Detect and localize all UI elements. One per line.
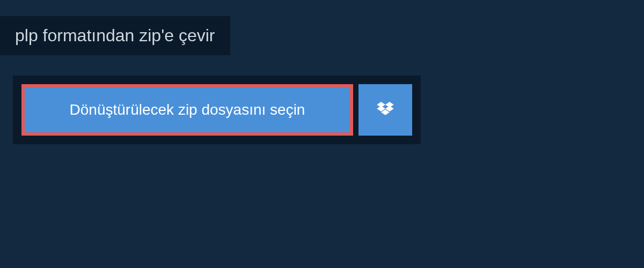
select-file-button[interactable]: Dönüştürülecek zip dosyasını seçin xyxy=(21,84,353,136)
select-file-label: Dönüştürülecek zip dosyasını seçin xyxy=(70,101,305,118)
dropbox-icon xyxy=(377,102,394,118)
upload-panel: Dönüştürülecek zip dosyasını seçin xyxy=(13,76,421,144)
dropbox-button[interactable] xyxy=(358,84,412,136)
page-title: plp formatından zip'e çevir xyxy=(0,16,230,55)
